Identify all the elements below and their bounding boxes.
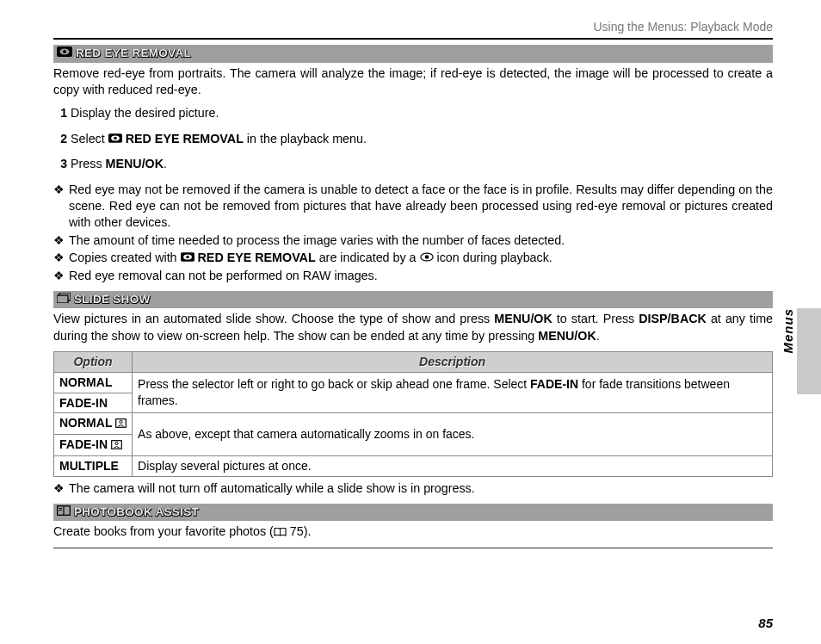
svg-rect-12	[57, 295, 68, 303]
note-bullet-icon: ❖	[53, 268, 69, 284]
description-cell: Press the selector left or right to go b…	[133, 372, 773, 413]
option-cell: FADE-IN	[54, 435, 133, 456]
red-eye-removal-icon	[181, 250, 194, 266]
section-title: RED EYE REMOVAL	[76, 46, 191, 61]
option-cell: NORMAL	[54, 372, 133, 393]
note-bullet-icon: ❖	[53, 182, 69, 232]
note-item: ❖ Copies created with RED EYE REMOVAL ar…	[53, 250, 773, 267]
red-eye-removal-icon	[57, 46, 72, 61]
note-item: ❖Red eye may not be removed if the camer…	[53, 182, 773, 232]
page-content: Using the Menus: Playback Mode RED EYE R…	[0, 0, 821, 548]
side-thumb-tab	[797, 308, 821, 394]
step-number: 1	[53, 105, 67, 121]
face-detect-icon	[111, 437, 122, 454]
red-eye-indicator-icon	[420, 250, 434, 266]
step-row: 1 Display the desired picture.	[53, 105, 773, 121]
svg-point-16	[115, 442, 118, 444]
note-bullet-icon: ❖	[53, 232, 69, 249]
option-cell: FADE-IN	[54, 393, 133, 413]
section-title: SLIDE SHOW	[74, 292, 151, 307]
step-text: Display the desired picture.	[71, 105, 219, 121]
step-text: Press MENU/OK.	[71, 156, 167, 172]
note-bullet-icon: ❖	[53, 480, 69, 497]
description-cell: Display several pictures at once.	[133, 455, 773, 476]
step-number: 2	[53, 131, 67, 148]
note-item: ❖The amount of time needed to process th…	[53, 232, 773, 249]
step-row: 2 Select RED EYE REMOVAL in the playback…	[53, 131, 773, 148]
red-eye-steps: 1 Display the desired picture. 2 Select …	[53, 105, 773, 172]
description-cell: As above, except that camera automatical…	[133, 413, 773, 455]
red-eye-removal-icon	[108, 131, 122, 147]
col-option: Option	[54, 351, 133, 372]
photobook-intro: Create books from your favorite photos (…	[53, 523, 773, 541]
step-text: Select RED EYE REMOVAL in the playback m…	[71, 131, 367, 148]
svg-point-2	[63, 50, 66, 53]
option-cell: MULTIPLE	[54, 455, 133, 476]
slide-show-intro: View pictures in an automated slide show…	[53, 311, 773, 344]
section-bar-slide-show: SLIDE SHOW	[53, 291, 773, 308]
red-eye-notes: ❖Red eye may not be removed if the camer…	[53, 182, 773, 284]
note-bullet-icon: ❖	[53, 250, 69, 267]
note-item: ❖Red eye removal can not be performed on…	[53, 268, 773, 284]
slide-show-notes: ❖The camera will not turn off automatica…	[53, 480, 773, 497]
table-header-row: Option Description	[54, 351, 773, 372]
table-row: NORMAL As above, except that camera auto…	[54, 413, 773, 435]
section-title: PHOTOBOOK ASSIST	[74, 505, 199, 520]
svg-point-5	[114, 137, 117, 140]
svg-point-14	[120, 421, 122, 424]
option-cell: NORMAL	[54, 413, 133, 435]
top-rule	[53, 38, 773, 40]
table-row: NORMAL Press the selector left or right …	[54, 372, 773, 393]
svg-point-10	[424, 256, 429, 260]
book-ref-icon	[274, 524, 287, 541]
side-tab-label: Menus	[780, 308, 797, 354]
face-detect-icon	[115, 416, 127, 432]
breadcrumb: Using the Menus: Playback Mode	[53, 19, 773, 35]
bottom-rule	[53, 548, 773, 548]
page-number: 85	[758, 615, 773, 632]
section-bar-red-eye: RED EYE REMOVAL	[53, 45, 773, 62]
table-row: MULTIPLE Display several pictures at onc…	[54, 455, 773, 476]
svg-point-8	[186, 256, 189, 259]
step-row: 3 Press MENU/OK.	[53, 156, 773, 172]
red-eye-intro: Remove red-eye from portraits. The camer…	[53, 65, 773, 99]
slide-show-options-table: Option Description NORMAL Press the sele…	[53, 351, 773, 477]
note-item: ❖The camera will not turn off automatica…	[53, 480, 773, 497]
slide-show-icon	[57, 292, 71, 307]
step-number: 3	[53, 156, 67, 172]
photobook-assist-icon	[57, 505, 71, 520]
col-description: Description	[133, 351, 773, 372]
section-bar-photobook: PHOTOBOOK ASSIST	[53, 504, 773, 521]
